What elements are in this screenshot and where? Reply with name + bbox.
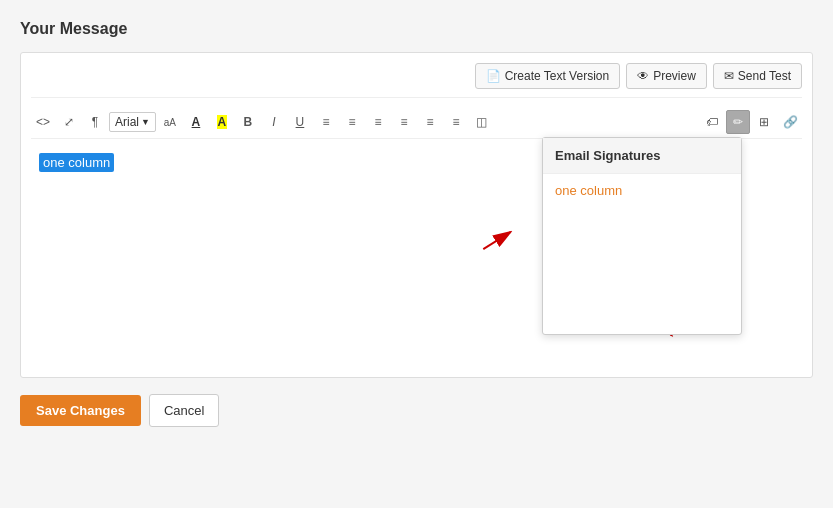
insert-image-button[interactable]: ◫ (470, 110, 494, 134)
envelope-icon: ✉ (724, 69, 734, 83)
font-highlight-button[interactable]: A (210, 110, 234, 134)
font-selector[interactable]: Arial ▼ (109, 112, 156, 132)
cancel-button[interactable]: Cancel (149, 394, 219, 427)
preview-button[interactable]: 👁 Preview (626, 63, 707, 89)
format-toolbar: <> ⤢ ¶ Arial ▼ aA A A B I U ≡ (31, 106, 802, 139)
font-size-icon: aA (164, 117, 176, 128)
document-icon: 📄 (486, 69, 501, 83)
preview-label: Preview (653, 69, 696, 83)
eye-icon: 👁 (637, 69, 649, 83)
align-right-button[interactable]: ≡ (418, 110, 442, 134)
underline-icon: U (296, 115, 305, 129)
bold-icon: B (244, 115, 253, 129)
save-changes-button[interactable]: Save Changes (20, 395, 141, 426)
pencil-icon: ✏ (733, 115, 743, 129)
bottom-actions: Save Changes Cancel (20, 394, 813, 427)
underline-button[interactable]: U (288, 110, 312, 134)
font-color-button[interactable]: A (184, 110, 208, 134)
align-left-icon: ≡ (374, 115, 381, 129)
signature-dropdown-body: one column (543, 174, 741, 334)
chevron-down-icon: ▼ (141, 117, 150, 127)
align-left-button[interactable]: ≡ (366, 110, 390, 134)
font-name-label: Arial (115, 115, 139, 129)
create-text-version-button[interactable]: 📄 Create Text Version (475, 63, 621, 89)
selected-text-highlight: one column (39, 153, 114, 172)
ordered-list-button[interactable]: ≡ (340, 110, 364, 134)
tag-icon: 🏷 (706, 115, 718, 129)
expand-icon: ⤢ (64, 115, 74, 129)
font-size-button[interactable]: aA (158, 110, 182, 134)
editor-area[interactable]: one column Email Signatures one column (31, 147, 802, 367)
italic-button[interactable]: I (262, 110, 286, 134)
image-icon: ◫ (476, 115, 487, 129)
align-right-icon: ≡ (426, 115, 433, 129)
highlight-icon: A (217, 115, 228, 129)
editor-container: 📄 Create Text Version 👁 Preview ✉ Send T… (20, 52, 813, 378)
link-icon: 🔗 (783, 115, 798, 129)
ordered-list-icon: ≡ (348, 115, 355, 129)
page-title: Your Message (20, 20, 813, 38)
signature-button[interactable]: ✏ (726, 110, 750, 134)
send-test-label: Send Test (738, 69, 791, 83)
signature-dropdown: Email Signatures one column (542, 137, 742, 335)
italic-icon: I (272, 115, 275, 129)
grid-icon: ⊞ (759, 115, 769, 129)
paragraph-icon: ¶ (92, 115, 98, 129)
create-text-label: Create Text Version (505, 69, 610, 83)
bullet-list-icon: ≡ (322, 115, 329, 129)
grid-button[interactable]: ⊞ (752, 110, 776, 134)
bullet-list-button[interactable]: ≡ (314, 110, 338, 134)
toolbar-right: 🏷 ✏ ⊞ 🔗 (700, 110, 802, 134)
svg-line-2 (483, 232, 511, 249)
code-icon: <> (36, 115, 50, 129)
bold-button[interactable]: B (236, 110, 260, 134)
signature-item[interactable]: one column (543, 174, 741, 207)
send-test-button[interactable]: ✉ Send Test (713, 63, 802, 89)
top-toolbar: 📄 Create Text Version 👁 Preview ✉ Send T… (31, 63, 802, 98)
code-view-button[interactable]: <> (31, 110, 55, 134)
signature-dropdown-header: Email Signatures (543, 138, 741, 174)
align-justify-button[interactable]: ≡ (444, 110, 468, 134)
fullscreen-button[interactable]: ⤢ (57, 110, 81, 134)
align-center-button[interactable]: ≡ (392, 110, 416, 134)
paragraph-button[interactable]: ¶ (83, 110, 107, 134)
align-justify-icon: ≡ (452, 115, 459, 129)
align-center-icon: ≡ (400, 115, 407, 129)
link-button[interactable]: 🔗 (778, 110, 802, 134)
tag-button[interactable]: 🏷 (700, 110, 724, 134)
font-color-icon: A (192, 115, 201, 129)
